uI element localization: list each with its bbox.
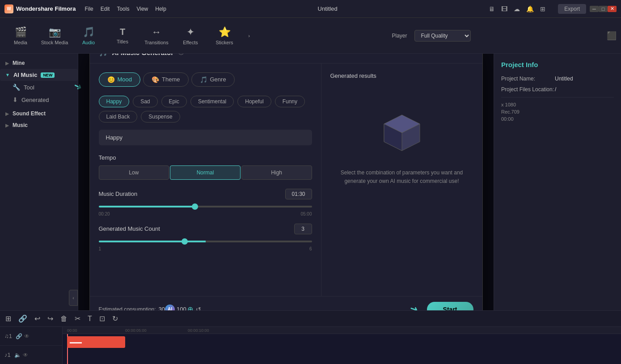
tl-crop-icon[interactable]: ⊡ <box>99 314 105 323</box>
sidebar-item-generated[interactable]: ⬇ Generated <box>0 93 78 106</box>
box-illustration <box>375 106 429 160</box>
music-arrow-icon: ▶ <box>5 123 9 128</box>
title-center: Untitled <box>166 5 489 12</box>
quality-select[interactable]: Full Quality High Quality Medium Quality <box>414 30 471 42</box>
track1-link-icon[interactable]: 🔗 <box>16 333 22 339</box>
bell-icon[interactable]: 🔔 <box>526 5 534 13</box>
project-files-value: / <box>555 86 556 93</box>
mood-epic[interactable]: Epic <box>161 96 187 107</box>
export-button[interactable]: Export <box>558 4 586 14</box>
app-name: Wondershare Filmora <box>16 5 76 12</box>
main-area: ▶ Mine ▼ AI Music NEW 🔧 Tool ⬇ Generated… <box>0 54 621 310</box>
sidebar-item-mine[interactable]: ▶ Mine <box>0 57 78 69</box>
consumption-label: Estimated consumption: <box>99 306 156 311</box>
tl-redo-icon[interactable]: ↪ <box>47 314 53 323</box>
stock-icon: 📷 <box>49 26 61 38</box>
sidebar-item-music[interactable]: ▶ Music <box>0 119 78 131</box>
track2-speaker-icon[interactable]: 🔈 <box>14 352 21 358</box>
mood-happy[interactable]: Happy <box>99 96 130 107</box>
tempo-high[interactable]: High <box>241 165 312 180</box>
player-controls: Player Full Quality High Quality Medium … <box>392 30 470 42</box>
tab-mood[interactable]: 😊 Mood <box>99 72 141 87</box>
mood-laid-back[interactable]: Laid Back <box>99 111 138 123</box>
film-icon[interactable]: 🎞 <box>501 5 507 13</box>
more-tools-button[interactable]: › <box>242 20 256 51</box>
mood-tab-icon: 😊 <box>107 76 115 83</box>
tempo-normal[interactable]: Normal <box>170 165 241 180</box>
grid-icon[interactable]: ⊞ <box>540 5 545 13</box>
window-close[interactable]: ✕ <box>608 6 617 12</box>
refresh-icon[interactable]: ↺ <box>196 306 201 311</box>
info-divider <box>501 97 614 97</box>
tl-rotate-icon[interactable]: ↻ <box>112 314 118 323</box>
tl-magnet-icon[interactable]: 🔗 <box>18 314 27 323</box>
modal-minimize-button[interactable]: ─ <box>459 54 464 55</box>
app-logo: W Wondershare Filmora <box>4 4 76 13</box>
count-max: 6 <box>309 246 312 251</box>
window-minimize[interactable]: ─ <box>590 6 599 12</box>
menu-file[interactable]: File <box>84 6 93 12</box>
tl-undo-icon[interactable]: ↩ <box>34 314 40 323</box>
modal-music-icon: 🎵 <box>99 54 108 57</box>
tool-media[interactable]: 🎬 Media <box>4 20 37 51</box>
tool-transitions[interactable]: ↔ Transitions <box>140 20 173 51</box>
tab-theme[interactable]: 🎨 Theme <box>143 72 188 87</box>
track1-eye-icon[interactable]: 👁 <box>24 333 30 339</box>
tempo-low[interactable]: Low <box>99 165 169 180</box>
tl-grid-icon[interactable]: ⊞ <box>5 314 11 323</box>
menu-edit[interactable]: Edit <box>101 6 110 12</box>
count-slider[interactable] <box>99 241 312 242</box>
sidebar-item-sound-effect[interactable]: ▶ Sound Effect <box>0 108 78 119</box>
mood-hopeful[interactable]: Hopeful <box>237 96 271 107</box>
tool-audio[interactable]: 🎵 Audio <box>72 20 105 51</box>
mood-sad[interactable]: Sad <box>133 96 157 107</box>
menu-view[interactable]: View <box>136 6 148 12</box>
start-label: Start <box>443 306 457 311</box>
sidebar-item-tool[interactable]: 🔧 Tool <box>0 81 78 93</box>
genre-tab-icon: 🎵 <box>200 76 207 83</box>
project-info-title: Project Info <box>501 61 614 68</box>
track2-eye-icon[interactable]: 👁 <box>23 352 28 358</box>
sidebar-item-ai-music[interactable]: ▼ AI Music NEW <box>0 69 78 81</box>
tl-delete-icon[interactable]: 🗑 <box>60 315 68 323</box>
sound-effect-label: Sound Effect <box>13 110 46 117</box>
track1-icons: 🔗 👁 <box>16 333 30 339</box>
modal-tabs: 😊 Mood 🎨 Theme 🎵 Genre <box>99 72 312 87</box>
duration-slider[interactable] <box>99 206 312 207</box>
mood-sentimental[interactable]: Sentimental <box>190 96 234 107</box>
tool-stickers[interactable]: ⭐ Stickers <box>208 20 241 51</box>
tool-titles[interactable]: T Titles <box>106 20 139 51</box>
menu-help[interactable]: Help <box>155 6 166 12</box>
media-icon: 🎬 <box>15 26 27 38</box>
tool-effects[interactable]: ✦ Effects <box>174 20 207 51</box>
add-credits-icon[interactable]: ⊕ <box>187 305 193 310</box>
panel-collapse-button[interactable]: ‹ <box>69 290 78 306</box>
generated-results-desc: Select the combination of parameters you… <box>330 169 473 186</box>
modal-close-button[interactable]: ✕ <box>471 54 477 55</box>
start-button[interactable]: Start <box>427 302 473 311</box>
timecode-0: 00:00 <box>67 328 77 333</box>
project-files-label: Project Files Location: <box>501 86 555 93</box>
mood-funny[interactable]: Funny <box>275 96 305 107</box>
mood-suspense[interactable]: Suspense <box>141 111 180 123</box>
tl-cut-icon[interactable]: ✂ <box>75 314 80 323</box>
monitor-icon[interactable]: 🖥 <box>489 5 495 13</box>
cloud-icon[interactable]: ☁ <box>514 5 520 13</box>
modal-title: AI Music Generator <box>112 54 174 56</box>
app-logo-icon: W <box>4 4 13 13</box>
tl-text-icon[interactable]: T <box>88 315 92 323</box>
tool-stock[interactable]: 📷 Stock Media <box>38 20 71 51</box>
count-slider-container <box>99 237 312 244</box>
duration-label: Music Duration <box>99 190 285 197</box>
menu-tools[interactable]: Tools <box>117 6 129 12</box>
timecode-1: 00:00:05:00 <box>125 328 147 333</box>
modal-info-icon[interactable]: ⓘ <box>178 54 184 56</box>
mine-arrow-icon: ▶ <box>5 61 9 66</box>
tab-genre[interactable]: 🎵 Genre <box>191 72 235 87</box>
tool-transitions-label: Transitions <box>144 40 168 45</box>
window-maximize[interactable]: □ <box>599 6 608 12</box>
mood-tags: Happy Sad Epic Sentimental Hopeful Funny… <box>99 96 312 123</box>
audio-clip-1[interactable]: ▬▬▬ <box>67 336 125 348</box>
preview-icon[interactable]: ⬛ <box>607 31 617 41</box>
timeline: ⊞ 🔗 ↩ ↪ 🗑 ✂ T ⊡ ↻ ♫1 🔗 👁 ♪1 🔈 👁 <box>0 310 621 364</box>
